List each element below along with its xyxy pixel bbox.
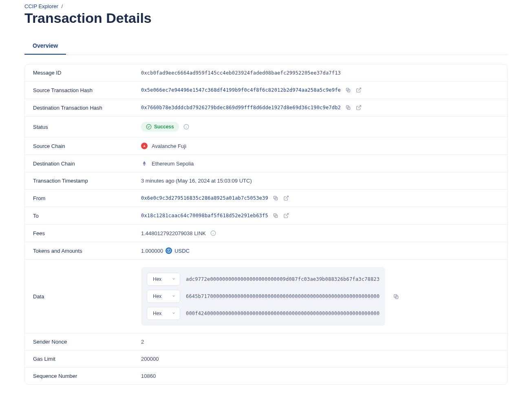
- label-status: Status: [33, 124, 141, 130]
- link-destination-tx-hash[interactable]: 0x7660b78e3dddcbd7926279bdec869d99fff8d6…: [141, 105, 341, 110]
- row-timestamp: Transaction Timestamp 3 minutes ago (May…: [25, 172, 507, 190]
- label-seq: Sequence Number: [33, 373, 141, 379]
- page-title: Transaction Details: [24, 10, 508, 26]
- row-status: Status Success: [25, 117, 507, 137]
- row-from: From 0x6e0c9c3d279516835c286a8925a01ab7c…: [25, 190, 507, 207]
- data-row: Hex adc9772e0000000000000000000000009d08…: [147, 273, 380, 286]
- label-destination-tx-hash: Destination Transaction Hash: [33, 105, 141, 111]
- label-source-tx-hash: Source Transaction Hash: [33, 87, 141, 93]
- value-nonce: 2: [141, 339, 499, 345]
- row-destination-chain: Destination Chain Ethereum Sepolia: [25, 155, 507, 172]
- label-data: Data: [33, 293, 141, 300]
- select-value: Hex: [153, 293, 161, 299]
- value-fees: 1.4480127922079038 LINK: [141, 230, 206, 236]
- svg-line-2: [358, 88, 361, 90]
- row-tokens: Tokens and Amounts 1.000000 USDC: [25, 242, 507, 260]
- data-hex-value: adc9772e0000000000000000000000009d087fc0…: [186, 276, 380, 282]
- status-text: Success: [154, 124, 174, 130]
- link-from-address[interactable]: 0x6e0c9c3d279516835c286a8925a01ab7c5053e…: [141, 195, 268, 201]
- breadcrumb-root-link[interactable]: CCIP Explorer: [24, 3, 58, 9]
- label-message-id: Message ID: [33, 70, 141, 76]
- row-to: To 0x18c1281caac64c70098baf5f618d52e291e…: [25, 207, 507, 225]
- breadcrumb-separator: /: [61, 3, 63, 9]
- data-hex-value: 6645b71700000000000000000000000000000000…: [186, 293, 380, 299]
- chevron-down-icon: [172, 276, 176, 282]
- row-fees: Fees 1.4480127922079038 LINK: [25, 225, 507, 242]
- info-icon[interactable]: [210, 230, 216, 236]
- data-row: Hex 000f42400000000000000000000000000000…: [147, 307, 380, 320]
- tabs: Overview: [24, 37, 508, 55]
- label-tokens: Tokens and Amounts: [33, 248, 141, 254]
- check-circle-icon: [146, 124, 152, 130]
- token-amount: 1.000000: [141, 248, 163, 254]
- breadcrumb: CCIP Explorer /: [24, 3, 508, 9]
- row-message-id: Message ID 0xcb0fad9eec6664ad959f145cc4e…: [25, 64, 507, 82]
- label-fees: Fees: [33, 230, 141, 236]
- chevron-down-icon: [172, 311, 176, 316]
- external-link-icon[interactable]: [355, 104, 362, 111]
- label-to: To: [33, 213, 141, 219]
- copy-icon[interactable]: [272, 212, 279, 219]
- data-format-select[interactable]: Hex: [147, 290, 180, 303]
- external-link-icon[interactable]: [355, 87, 362, 93]
- external-link-icon[interactable]: [283, 212, 289, 219]
- ethereum-chain-icon: [141, 160, 148, 167]
- copy-icon[interactable]: [272, 195, 279, 201]
- svg-point-6: [146, 124, 151, 129]
- value-destination-chain: Ethereum Sepolia: [152, 161, 194, 167]
- external-link-icon[interactable]: [283, 195, 289, 201]
- copy-icon[interactable]: [393, 293, 399, 300]
- label-timestamp: Transaction Timestamp: [33, 178, 141, 184]
- value-source-chain: Avalanche Fuji: [152, 143, 186, 149]
- row-sender-nonce: Sender Nonce 2: [25, 333, 507, 351]
- copy-icon[interactable]: [345, 104, 351, 111]
- data-hex-value: 000f424000000000000000000000000000000000…: [186, 311, 380, 316]
- value-seq: 10860: [141, 373, 499, 379]
- row-gas-limit: Gas Limit 200000: [25, 351, 507, 368]
- svg-line-5: [358, 106, 361, 108]
- row-source-chain: Source Chain Avalanche Fuji: [25, 137, 507, 155]
- svg-line-15: [286, 214, 288, 216]
- transaction-details-card: Message ID 0xcb0fad9eec6664ad959f145cc4e…: [24, 64, 508, 385]
- value-gas: 200000: [141, 356, 499, 362]
- row-destination-tx-hash: Destination Transaction Hash 0x7660b78e3…: [25, 99, 507, 117]
- row-sequence-number: Sequence Number 10860: [25, 368, 507, 384]
- label-nonce: Sender Nonce: [33, 339, 141, 345]
- label-source-chain: Source Chain: [33, 143, 141, 149]
- value-message-id: 0xcb0fad9eec6664ad959f145cc4eb023924fade…: [141, 70, 499, 76]
- chevron-down-icon: [172, 293, 176, 299]
- token-symbol[interactable]: USDC: [174, 248, 190, 254]
- link-to-address[interactable]: 0x18c1281caac64c70098baf5f618d52e291eb63…: [141, 213, 268, 218]
- status-badge: Success: [141, 122, 179, 132]
- avalanche-chain-icon: [141, 143, 148, 149]
- data-panel: Hex adc9772e0000000000000000000000009d08…: [141, 267, 385, 326]
- value-timestamp: 3 minutes ago (May 16, 2024 at 15:03:09 …: [141, 178, 499, 184]
- data-row: Hex 6645b7170000000000000000000000000000…: [147, 290, 380, 303]
- label-destination-chain: Destination Chain: [33, 161, 141, 167]
- label-from: From: [33, 195, 141, 201]
- row-data: Data Hex adc9772e00000000000000000000000…: [25, 260, 507, 333]
- select-value: Hex: [153, 276, 161, 282]
- label-gas: Gas Limit: [33, 356, 141, 362]
- usdc-token-icon: [166, 247, 172, 254]
- link-source-tx-hash[interactable]: 0x5e066ec7e94496e1547c368df4199b9f0c4f8f…: [141, 87, 341, 93]
- copy-icon[interactable]: [345, 87, 351, 93]
- data-format-select[interactable]: Hex: [147, 307, 180, 320]
- data-format-select[interactable]: Hex: [147, 273, 180, 286]
- row-source-tx-hash: Source Transaction Hash 0x5e066ec7e94496…: [25, 82, 507, 99]
- info-icon[interactable]: [183, 124, 190, 130]
- tab-overview[interactable]: Overview: [24, 37, 66, 55]
- select-value: Hex: [153, 311, 161, 316]
- svg-line-12: [286, 196, 288, 198]
